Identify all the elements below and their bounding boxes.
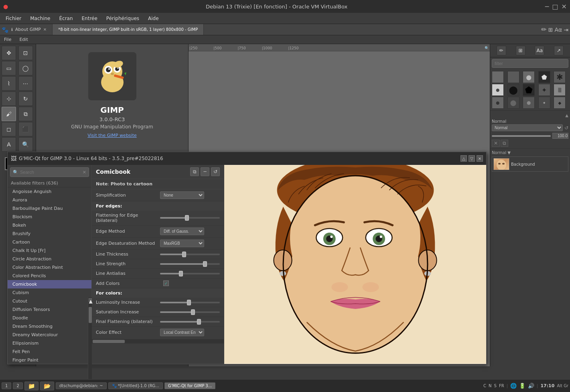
edge-method-control[interactable]: Diff. of Gauss. Sobel (160, 227, 220, 235)
taskbar-files2-icon[interactable]: 📂 (40, 382, 54, 390)
gmic-search-box[interactable]: 🔍 ✕ (10, 167, 89, 177)
line-strength-thumb[interactable] (203, 261, 207, 267)
taskbar-terminal[interactable]: dtschump@debian: ~ (56, 382, 107, 389)
gimp-menu-file[interactable]: File (2, 37, 13, 43)
settings-scrollbar-h[interactable] (92, 339, 224, 343)
brush-4[interactable]: ⬟ (538, 71, 550, 83)
edge-desat-control[interactable]: MaxRGB Average (160, 240, 220, 247)
taskbar-gimp-image[interactable]: 🐾 *[Untitled]-1.0 (RG... (108, 382, 163, 389)
minimize-btn[interactable]: ─ (545, 3, 549, 10)
edge-method-select[interactable]: Diff. of Gauss. Sobel (160, 227, 204, 235)
filter-list-scrollbar[interactable]: ▲ ▼ (88, 297, 92, 364)
search-clear-icon[interactable]: ✕ (83, 170, 86, 175)
final-flattening-control[interactable] (160, 321, 220, 323)
brush-7[interactable]: ⬤ (507, 84, 519, 96)
tool-rect-select[interactable]: ▭ (2, 61, 16, 75)
opacity-input[interactable] (552, 133, 568, 139)
tray-battery-icon[interactable]: 🔋 (519, 383, 525, 389)
restore-btn[interactable]: □ (552, 3, 558, 10)
filter-item-dreamy-watercolour[interactable]: Dreamy Watercolour (8, 331, 91, 339)
blend-mode-select[interactable]: Normal (492, 124, 563, 131)
brush-11[interactable]: ⬤ (492, 97, 504, 109)
menu-entree[interactable]: Entrée (78, 15, 101, 22)
brush-9[interactable]: ✦ (538, 84, 550, 96)
settings-scrollbar-thumb[interactable] (93, 340, 125, 343)
scroll-thumb[interactable] (89, 307, 92, 323)
about-gimp-link[interactable]: Visit the GIMP website (87, 133, 137, 138)
luminosity-control[interactable] (160, 302, 220, 303)
brush-13[interactable]: ● (523, 97, 535, 109)
simplification-select[interactable]: None Low Medium (160, 191, 204, 199)
filter-item-felt-pen[interactable]: Felt Pen (8, 347, 91, 356)
menu-machine[interactable]: Machine (26, 15, 54, 22)
tray-sound-icon[interactable]: 🔊 (528, 383, 534, 389)
tool-ellipse-select[interactable]: ◯ (18, 61, 33, 75)
gimp-tab-about[interactable]: ℹ About GIMP ✕ (6, 24, 53, 35)
color-effect-control[interactable]: Local Contrast Enhanc None Boost (160, 329, 220, 336)
filter-item-dream-smoothing[interactable]: Dream Smoothing (8, 322, 91, 331)
line-thickness-slider[interactable] (160, 254, 220, 255)
tool-lasso[interactable]: ⌇ (2, 76, 16, 91)
gmic-search-input[interactable] (20, 170, 81, 175)
filter-item-diffusion[interactable]: Diffusion Tensors (8, 305, 91, 314)
gimp-grid-icon[interactable]: ⊞ (548, 26, 553, 33)
duplicate-layer-btn[interactable]: ⧉ (501, 140, 508, 147)
filter-item-barbouillage[interactable]: Barbouillage Paint Dau (8, 204, 91, 213)
line-strength-control[interactable] (160, 263, 220, 265)
zoom-icon[interactable]: 🔍 (485, 46, 489, 50)
tool-zoom[interactable]: 🔍 (18, 137, 33, 152)
simplification-control[interactable]: None Low Medium (160, 191, 220, 199)
right-tool-pencil[interactable]: ✏ (497, 46, 506, 55)
tool-text[interactable]: A (2, 137, 16, 152)
brush-8[interactable]: ⬟ (523, 84, 535, 96)
line-antialias-control[interactable] (160, 273, 220, 274)
gimp-tab-about-close[interactable]: ✕ (43, 27, 47, 32)
tool-fuzzy-select[interactable]: ⋯ (18, 76, 33, 91)
right-tool-text[interactable]: Aa (535, 46, 544, 55)
tool-rotate[interactable]: ↻ (18, 91, 33, 106)
close-btn[interactable]: ✕ (562, 3, 567, 10)
gmic-close-btn[interactable]: ✕ (477, 155, 483, 162)
luminosity-slider[interactable] (160, 302, 220, 303)
tool-clone[interactable]: ⧉ (18, 107, 33, 121)
brush-6[interactable]: ⬤ (492, 84, 504, 96)
filter-input[interactable] (495, 61, 566, 66)
gmic-window-controls[interactable]: △ ▽ ✕ (460, 155, 483, 162)
gmic-settings-buttons[interactable]: ⧉ ─ ↺ (190, 167, 220, 176)
saturation-thumb[interactable] (191, 309, 195, 315)
filter-item-bokeh[interactable]: Bokeh (8, 221, 91, 230)
filter-item-circle[interactable]: Circle Abstraction (8, 255, 91, 263)
brush-2[interactable] (507, 71, 519, 83)
right-tool-grid[interactable]: ⊞ (516, 46, 525, 55)
line-antialias-thumb[interactable] (179, 271, 183, 276)
gimp-text-icon[interactable]: Aα (554, 26, 562, 33)
filter-item-chalk[interactable]: Chalk It Up [Fr] (8, 246, 91, 255)
gimp-brush-filter[interactable] (492, 59, 568, 68)
taskbar-num2[interactable]: 2 (13, 382, 22, 389)
tool-eraser[interactable]: ◻ (2, 122, 16, 136)
filter-item-brushify[interactable]: Brushify (8, 230, 91, 238)
brush-10[interactable]: ▒ (554, 84, 566, 96)
luminosity-thumb[interactable] (187, 300, 191, 305)
menu-peripheriques[interactable]: Périphériques (102, 15, 143, 22)
delete-layer-btn[interactable]: ✕ (492, 140, 500, 147)
filter-item-finger-paint[interactable]: Finger Paint (8, 356, 91, 364)
filter-item-ellipsionism[interactable]: Ellipsionism (8, 339, 91, 347)
brush-5[interactable]: ✱ (554, 71, 566, 83)
taskbar-files-icon[interactable]: 📁 (24, 382, 39, 390)
edge-desat-select[interactable]: MaxRGB Average (160, 240, 204, 247)
scroll-up[interactable]: ▲ (89, 298, 92, 302)
os-window-controls[interactable]: ─ □ ✕ (545, 3, 567, 10)
brush-12[interactable]: ⬤ (507, 97, 519, 109)
line-thickness-control[interactable] (160, 254, 220, 255)
taskbar-gmic[interactable]: G'MIC-Qt for GIMP 3... (164, 382, 215, 389)
final-flattening-slider[interactable] (160, 321, 220, 323)
tool-move[interactable]: ✥ (2, 46, 16, 60)
right-tool-export[interactable]: ↗ (554, 46, 564, 55)
color-effect-select[interactable]: Local Contrast Enhanc None Boost (160, 329, 204, 336)
settings-minimize-btn[interactable]: ─ (201, 167, 209, 176)
tool-scale[interactable]: ⊡ (18, 46, 33, 60)
menu-aide[interactable]: Aide (144, 15, 163, 22)
tool-crop[interactable]: ⊹ (2, 91, 16, 106)
add-colors-checkbox[interactable]: ✓ (163, 280, 169, 286)
